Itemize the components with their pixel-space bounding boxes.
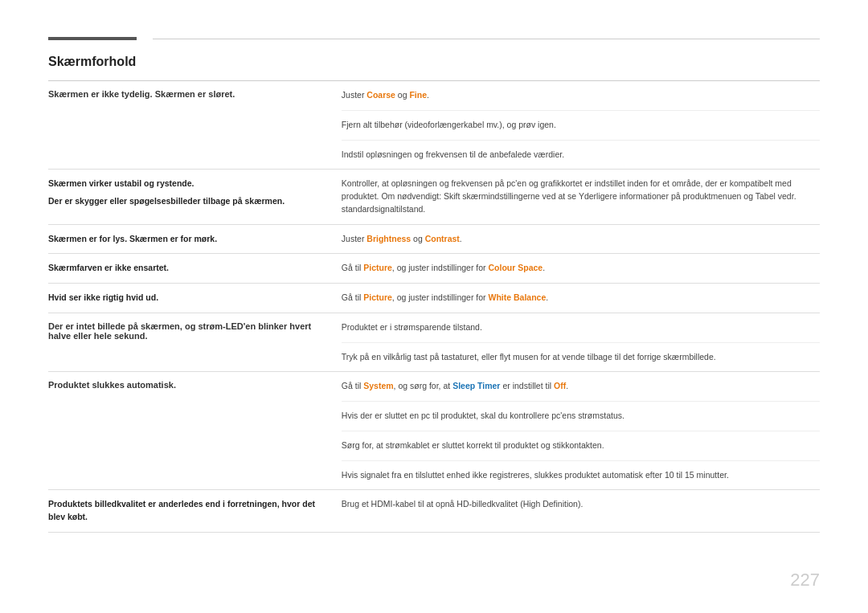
highlight-system: System	[363, 381, 393, 390]
solution-item: Hvis signalet fra en tilsluttet enhed ik…	[342, 461, 820, 490]
table-row: Produktet slukkes automatisk. Gå til Sys…	[48, 372, 820, 490]
highlight-brightness: Brightness	[366, 234, 411, 243]
row-right: Juster Coarse og Fine. Fjern alt tilbehø…	[342, 81, 820, 169]
row-left: Der er intet billede på skærmen, og strø…	[48, 313, 342, 372]
problem-text: Produktet slukkes automatisk.	[48, 380, 176, 390]
solution-item: Juster Coarse og Fine.	[342, 81, 820, 111]
table-row: Der er intet billede på skærmen, og strø…	[48, 313, 820, 373]
table-row: Skærmen er for lys. Skærmen er for mørk.…	[48, 225, 820, 255]
table-row: Skærmfarven er ikke ensartet. Gå til Pic…	[48, 254, 820, 284]
table-row: Skærmen er ikke tydelig. Skærmen er slør…	[48, 81, 820, 170]
table-row: Produktets billedkvalitet er anderledes …	[48, 490, 820, 533]
highlight-picture: Picture	[363, 263, 392, 272]
problem-text: Der er skygger eller spøgelsesbilleder t…	[48, 196, 285, 206]
problem-text: Skærmen er ikke tydelig. Skærmen er slør…	[48, 89, 235, 99]
row-left: Skærmen er for lys. Skærmen er for mørk.	[48, 233, 342, 246]
table-container: Skærmen er ikke tydelig. Skærmen er slør…	[48, 80, 820, 533]
table-row: Skærmen virker ustabil og rystende. Der …	[48, 170, 820, 224]
highlight-fine: Fine	[409, 90, 427, 100]
solution-item: Fjern alt tilbehør (videoforlængerkabel …	[342, 111, 820, 141]
highlight-white-balance: White Balance	[488, 292, 546, 302]
row-right: Brug et HDMI-kabel til at opnå HD-billed…	[342, 498, 820, 511]
row-right: Gå til System, og sørg for, at Sleep Tim…	[342, 372, 820, 489]
solution-item: Sørg for, at strømkablet er sluttet korr…	[342, 431, 820, 461]
highlight-coarse: Coarse	[366, 90, 395, 100]
highlight-picture2: Picture	[363, 292, 392, 302]
row-right: Gå til Picture, og juster indstillinger …	[342, 262, 820, 275]
solution-item: Gå til System, og sørg for, at Sleep Tim…	[342, 372, 820, 402]
top-bar-line	[153, 39, 820, 39]
solution-item: Tryk på en vilkårlig tast på tastaturet,…	[342, 343, 820, 372]
problem-text: Der er intet billede på skærmen, og strø…	[48, 321, 311, 341]
highlight-sleep-timer: Sleep Timer	[452, 381, 500, 390]
row-left: Skærmen er ikke tydelig. Skærmen er slør…	[48, 81, 342, 169]
solution-item: Produktet er i strømsparende tilstand.	[342, 313, 820, 343]
top-bar	[48, 32, 820, 40]
problem-text: Skærmfarven er ikke ensartet.	[48, 263, 169, 272]
page-number: 227	[790, 570, 820, 591]
row-right: Gå til Picture, og juster indstillinger …	[342, 292, 820, 304]
page-container: Skærmforhold Skærmen er ikke tydelig. Sk…	[0, 0, 868, 613]
table-row: Hvid ser ikke rigtig hvid ud. Gå til Pic…	[48, 284, 820, 313]
highlight-off: Off	[554, 381, 566, 390]
problem-text: Hvid ser ikke rigtig hvid ud.	[48, 292, 158, 302]
highlight-colour-space: Colour Space	[488, 263, 542, 272]
row-right: Produktet er i strømsparende tilstand. T…	[342, 313, 820, 372]
row-left: Skærmen virker ustabil og rystende. Der …	[48, 178, 342, 208]
row-left: Produktet slukkes automatisk.	[48, 372, 342, 489]
solution-item: Hvis der er sluttet en pc til produktet,…	[342, 402, 820, 431]
top-bar-accent	[48, 37, 137, 40]
row-left: Hvid ser ikke rigtig hvid ud.	[48, 292, 342, 304]
section-title: Skærmforhold	[48, 55, 820, 69]
problem-text: Skærmen er for lys. Skærmen er for mørk.	[48, 234, 217, 243]
content-area: Skærmen er ikke tydelig. Skærmen er slør…	[48, 80, 820, 533]
solution-item: Indstil opløsningen og frekvensen til de…	[342, 141, 820, 170]
row-left: Produktets billedkvalitet er anderledes …	[48, 498, 342, 524]
highlight-contrast: Contrast	[425, 234, 460, 243]
row-right: Juster Brightness og Contrast.	[342, 233, 820, 246]
row-left: Skærmfarven er ikke ensartet.	[48, 262, 342, 275]
problem-text: Skærmen virker ustabil og rystende.	[48, 178, 194, 188]
problem-text: Produktets billedkvalitet er anderledes …	[48, 499, 315, 521]
row-right: Kontroller, at opløsningen og frekvensen…	[342, 178, 820, 215]
